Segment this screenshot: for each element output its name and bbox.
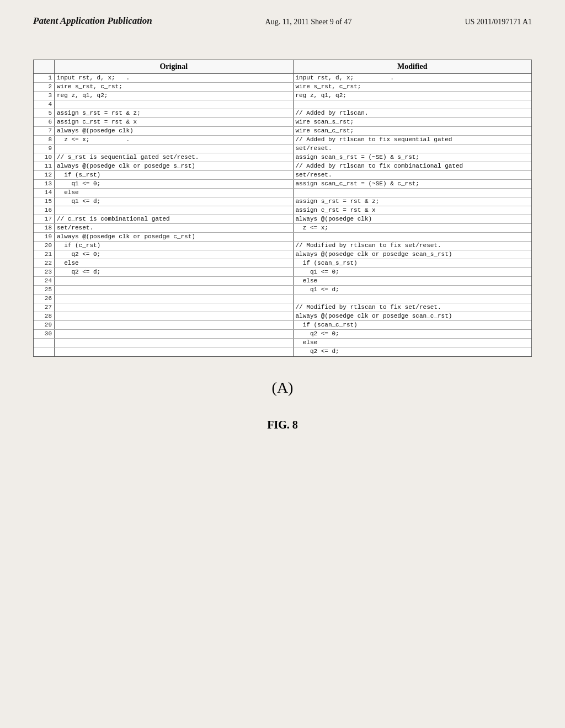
modified-code-cell: always @(posedge clk or posedge scan_c_r…: [294, 312, 532, 320]
modified-code-cell: [294, 295, 532, 303]
original-code-cell: assign s_rst = rst & z;: [55, 109, 294, 117]
modified-code-cell: // Modified by rtlscan to fix set/reset.: [294, 303, 532, 312]
table-row: 5assign s_rst = rst & z;// Added by rtls…: [34, 109, 531, 118]
table-row: 7always @(posedge clk)wire scan_c_rst;: [34, 127, 531, 136]
table-row: 29 if (scan_c_rst): [34, 321, 531, 330]
line-number-cell: 7: [34, 127, 55, 135]
figure-main-label: FIG. 8: [33, 419, 532, 431]
original-code-cell: z <= x; .: [55, 136, 294, 144]
line-number-cell: 18: [34, 224, 55, 232]
modified-code-cell: assign scan_s_rst = (~SE) & s_rst;: [294, 153, 532, 162]
line-number-cell: 10: [34, 153, 55, 162]
table-row: 11always @(posedge clk or posedge s_rst)…: [34, 162, 531, 171]
table-row: 2wire s_rst, c_rst;wire s_rst, c_rst;: [34, 83, 531, 92]
table-row: 13 q1 <= 0;assign scan_c_rst = (~SE) & c…: [34, 180, 531, 189]
modified-code-cell: wire s_rst, c_rst;: [294, 83, 532, 91]
original-code-cell: always @(posedge clk): [55, 127, 294, 135]
modified-code-cell: [294, 189, 532, 197]
original-code-cell: input rst, d, x; .: [55, 74, 294, 82]
line-number-cell: 8: [34, 136, 55, 144]
table-row: q2 <= d;: [34, 347, 531, 356]
original-code-cell: [55, 339, 294, 347]
line-number-cell: [34, 347, 55, 356]
line-num-header-col: [34, 60, 55, 73]
original-code-cell: [55, 206, 294, 215]
line-number-cell: 24: [34, 277, 55, 285]
modified-code-cell: q2 <= 0;: [294, 330, 532, 338]
original-code-cell: [55, 312, 294, 320]
table-row: 9set/reset.: [34, 144, 531, 153]
table-row: 27// Modified by rtlscan to fix set/rese…: [34, 303, 531, 312]
table-row: 3reg z, q1, q2;reg z, q1, q2;: [34, 92, 531, 100]
modified-code-cell: q2 <= d;: [294, 347, 532, 356]
line-number-cell: 20: [34, 242, 55, 250]
code-comparison-table: Original Modified 1input rst, d, x; .inp…: [33, 60, 532, 357]
line-number-cell: 19: [34, 233, 55, 241]
line-number-cell: 5: [34, 109, 55, 117]
modified-code-cell: assign scan_c_rst = (~SE) & c_rst;: [294, 180, 532, 188]
modified-code-cell: else: [294, 339, 532, 347]
table-row: 12 if (s_rst)set/reset.: [34, 171, 531, 180]
line-number-cell: 29: [34, 321, 55, 329]
original-code-cell: reg z, q1, q2;: [55, 92, 294, 100]
table-row: 8 z <= x; .// Added by rtlscan to fix se…: [34, 136, 531, 144]
original-code-cell: if (c_rst): [55, 242, 294, 250]
line-number-cell: 2: [34, 83, 55, 91]
line-number-cell: 23: [34, 268, 55, 276]
figure-sub-label: (A): [33, 379, 532, 397]
line-number-cell: 3: [34, 92, 55, 100]
modified-code-cell: if (scan_c_rst): [294, 321, 532, 329]
line-number-cell: 14: [34, 189, 55, 197]
table-row: 1input rst, d, x; .input rst, d, x; .: [34, 74, 531, 83]
original-code-cell: q2 <= d;: [55, 268, 294, 276]
table-row: 20 if (c_rst)// Modified by rtlscan to f…: [34, 242, 531, 250]
original-code-cell: else: [55, 189, 294, 197]
table-row: 17// c_rst is combinational gatedalways …: [34, 215, 531, 224]
table-header-row: Original Modified: [34, 60, 531, 74]
original-code-cell: [55, 347, 294, 356]
table-row: 18set/reset. z <= x;: [34, 224, 531, 233]
table-row: 14 else: [34, 189, 531, 197]
table-row: 4: [34, 100, 531, 109]
table-row: 30 q2 <= 0;: [34, 330, 531, 339]
table-row: 16assign c_rst = rst & x: [34, 206, 531, 215]
modified-code-cell: wire scan_c_rst;: [294, 127, 532, 135]
modified-code-cell: reg z, q1, q2;: [294, 92, 532, 100]
original-code-cell: [55, 330, 294, 338]
modified-code-cell: always @(posedge clk or posedge scan_s_r…: [294, 250, 532, 259]
original-code-cell: else: [55, 259, 294, 267]
original-code-cell: if (s_rst): [55, 171, 294, 179]
line-number-cell: 22: [34, 259, 55, 267]
line-number-cell: 21: [34, 250, 55, 259]
modified-code-cell: input rst, d, x; .: [294, 74, 532, 82]
line-number-cell: 25: [34, 286, 55, 294]
original-code-cell: // s_rst is sequential gated set/reset.: [55, 153, 294, 162]
modified-column-header: Modified: [294, 60, 532, 73]
line-number-cell: 15: [34, 197, 55, 206]
page: Patent Application Publication Aug. 11, …: [0, 0, 565, 728]
original-code-cell: [55, 303, 294, 312]
line-number-cell: 13: [34, 180, 55, 188]
original-code-cell: q1 <= 0;: [55, 180, 294, 188]
modified-code-cell: q1 <= d;: [294, 286, 532, 294]
table-row: 21 q2 <= 0;always @(posedge clk or posed…: [34, 250, 531, 259]
publication-date-sheet: Aug. 11, 2011 Sheet 9 of 47: [265, 18, 352, 26]
line-number-cell: 26: [34, 295, 55, 303]
table-row: 28always @(posedge clk or posedge scan_c…: [34, 312, 531, 321]
modified-code-cell: // Added by rtlscan to fix sequential ga…: [294, 136, 532, 144]
original-code-cell: [55, 277, 294, 285]
modified-code-cell: // Modified by rtlscan to fix set/reset.: [294, 242, 532, 250]
original-code-cell: always @(posedge clk or posedge c_rst): [55, 233, 294, 241]
original-code-cell: // c_rst is combinational gated: [55, 215, 294, 223]
publication-number: US 2011/0197171 A1: [465, 18, 532, 26]
original-code-cell: set/reset.: [55, 224, 294, 232]
original-code-cell: wire s_rst, c_rst;: [55, 83, 294, 91]
original-code-cell: [55, 100, 294, 109]
modified-code-cell: else: [294, 277, 532, 285]
original-code-cell: [55, 144, 294, 153]
line-number-cell: 4: [34, 100, 55, 109]
table-row: 24 else: [34, 277, 531, 286]
table-body: 1input rst, d, x; .input rst, d, x; .2wi…: [34, 74, 531, 356]
original-code-cell: assign c_rst = rst & x: [55, 118, 294, 126]
line-number-cell: 30: [34, 330, 55, 338]
